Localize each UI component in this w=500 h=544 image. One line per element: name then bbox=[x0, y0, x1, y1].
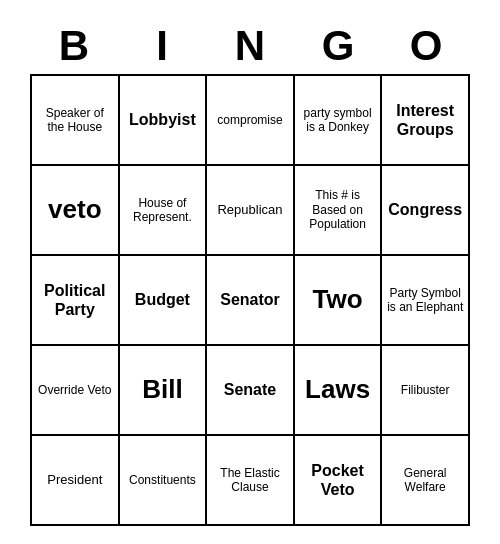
cell-text-7: Republican bbox=[217, 202, 282, 218]
bingo-cell-20: President bbox=[32, 436, 120, 526]
bingo-cell-1: Lobbyist bbox=[120, 76, 208, 166]
cell-text-11: Budget bbox=[135, 290, 190, 309]
cell-text-4: Interest Groups bbox=[386, 101, 464, 139]
bingo-header: BINGO bbox=[30, 18, 470, 74]
cell-text-3: party symbol is a Donkey bbox=[299, 106, 377, 135]
bingo-cell-14: Party Symbol is an Elephant bbox=[382, 256, 470, 346]
bingo-cell-15: Override Veto bbox=[32, 346, 120, 436]
bingo-cell-17: Senate bbox=[207, 346, 295, 436]
bingo-cell-13: Two bbox=[295, 256, 383, 346]
bingo-cell-5: veto bbox=[32, 166, 120, 256]
cell-text-16: Bill bbox=[142, 374, 182, 405]
cell-text-9: Congress bbox=[388, 200, 462, 219]
cell-text-8: This # is Based on Population bbox=[299, 188, 377, 231]
bingo-cell-24: General Welfare bbox=[382, 436, 470, 526]
cell-text-22: The Elastic Clause bbox=[211, 466, 289, 495]
bingo-cell-0: Speaker of the House bbox=[32, 76, 120, 166]
cell-text-0: Speaker of the House bbox=[36, 106, 114, 135]
bingo-cell-16: Bill bbox=[120, 346, 208, 436]
cell-text-1: Lobbyist bbox=[129, 110, 196, 129]
bingo-cell-6: House of Represent. bbox=[120, 166, 208, 256]
cell-text-24: General Welfare bbox=[386, 466, 464, 495]
bingo-cell-21: Constituents bbox=[120, 436, 208, 526]
bingo-cell-7: Republican bbox=[207, 166, 295, 256]
bingo-cell-19: Filibuster bbox=[382, 346, 470, 436]
cell-text-14: Party Symbol is an Elephant bbox=[386, 286, 464, 315]
bingo-cell-22: The Elastic Clause bbox=[207, 436, 295, 526]
bingo-cell-12: Senator bbox=[207, 256, 295, 346]
cell-text-10: Political Party bbox=[36, 281, 114, 319]
cell-text-2: compromise bbox=[217, 113, 282, 127]
header-letter-N: N bbox=[206, 18, 294, 74]
cell-text-6: House of Represent. bbox=[124, 196, 202, 225]
bingo-cell-11: Budget bbox=[120, 256, 208, 346]
cell-text-19: Filibuster bbox=[401, 383, 450, 397]
bingo-cell-18: Laws bbox=[295, 346, 383, 436]
bingo-cell-3: party symbol is a Donkey bbox=[295, 76, 383, 166]
cell-text-15: Override Veto bbox=[38, 383, 111, 397]
bingo-grid: Speaker of the HouseLobbyistcompromisepa… bbox=[30, 74, 470, 526]
bingo-cell-8: This # is Based on Population bbox=[295, 166, 383, 256]
bingo-cell-10: Political Party bbox=[32, 256, 120, 346]
cell-text-13: Two bbox=[313, 284, 363, 315]
bingo-cell-4: Interest Groups bbox=[382, 76, 470, 166]
bingo-cell-9: Congress bbox=[382, 166, 470, 256]
header-letter-I: I bbox=[118, 18, 206, 74]
cell-text-12: Senator bbox=[220, 290, 280, 309]
header-letter-G: G bbox=[294, 18, 382, 74]
header-letter-B: B bbox=[30, 18, 118, 74]
bingo-cell-2: compromise bbox=[207, 76, 295, 166]
cell-text-17: Senate bbox=[224, 380, 276, 399]
cell-text-23: Pocket Veto bbox=[299, 461, 377, 499]
bingo-card: BINGO Speaker of the HouseLobbyistcompro… bbox=[20, 8, 480, 536]
cell-text-5: veto bbox=[48, 194, 101, 225]
cell-text-21: Constituents bbox=[129, 473, 196, 487]
cell-text-20: President bbox=[47, 472, 102, 488]
header-letter-O: O bbox=[382, 18, 470, 74]
bingo-cell-23: Pocket Veto bbox=[295, 436, 383, 526]
cell-text-18: Laws bbox=[305, 374, 370, 405]
